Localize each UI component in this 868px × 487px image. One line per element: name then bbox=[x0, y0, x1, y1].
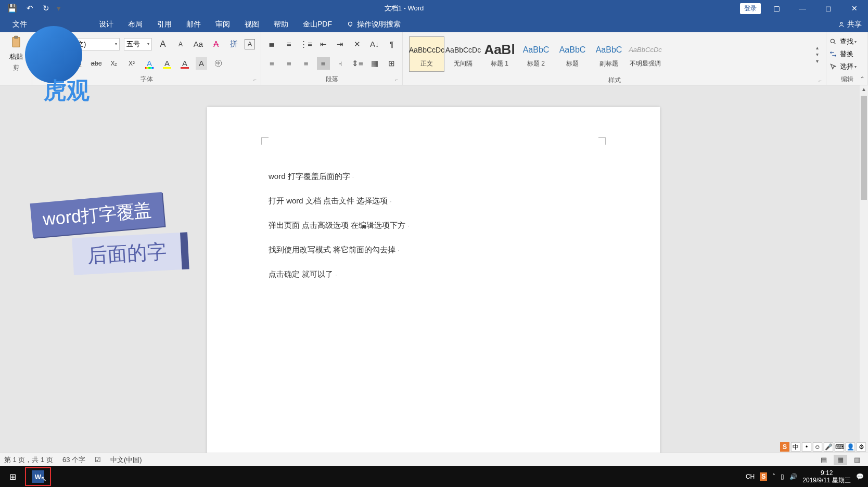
document-line[interactable]: 弹出页面 点击高级选项 在编辑选项下方 bbox=[269, 216, 598, 234]
shading-button[interactable]: ▦ bbox=[368, 57, 381, 70]
status-page[interactable]: 第 1 页，共 1 页 bbox=[4, 455, 53, 465]
tab-layout[interactable]: 布局 bbox=[121, 17, 150, 32]
undo-icon[interactable]: ↶ bbox=[27, 4, 33, 13]
tray-chevron-icon[interactable]: ˄ bbox=[772, 473, 775, 480]
document-page[interactable]: word 打字覆盖后面的字打开 word 文档 点击文件 选择选项弹出页面 点击… bbox=[207, 107, 660, 469]
ime-person-icon[interactable]: 👤 bbox=[846, 442, 855, 452]
tray-network-icon[interactable]: ▯ bbox=[781, 473, 784, 480]
style-item-标题 2[interactable]: AaBbC标题 2 bbox=[518, 36, 554, 72]
para-dialog-icon[interactable]: ⌐ bbox=[395, 77, 398, 83]
collapse-ribbon-button[interactable]: ⌃ bbox=[860, 75, 865, 83]
ime-settings-icon[interactable]: ⚙ bbox=[857, 442, 866, 452]
style-item-标题 1[interactable]: AaBl标题 1 bbox=[482, 36, 517, 72]
distribute-button[interactable]: ⫞ bbox=[334, 57, 347, 70]
proofing-icon[interactable]: ☑ bbox=[95, 456, 101, 464]
view-read-button[interactable]: ▤ bbox=[817, 455, 831, 465]
tab-mailings[interactable]: 邮件 bbox=[179, 17, 208, 32]
vertical-scrollbar[interactable]: ▲ ▼ bbox=[860, 85, 868, 453]
replace-button[interactable]: 替换 bbox=[828, 48, 865, 60]
enclose-char-button[interactable]: ㊥ bbox=[211, 57, 225, 70]
tab-review[interactable]: 审阅 bbox=[208, 17, 237, 32]
status-words[interactable]: 63 个字 bbox=[62, 455, 85, 465]
start-button[interactable]: ⊞ bbox=[0, 472, 25, 482]
font-dialog-icon[interactable]: ⌐ bbox=[253, 77, 257, 83]
ime-mic-icon[interactable]: 🎤 bbox=[824, 442, 833, 452]
sort-button[interactable]: A↓ bbox=[368, 38, 381, 50]
ime-keyboard-icon[interactable]: ⌨ bbox=[835, 442, 844, 452]
bullets-button[interactable]: ≣ bbox=[265, 38, 278, 50]
qat-more-icon[interactable]: ▾ bbox=[57, 4, 61, 13]
scroll-up-icon[interactable]: ▲ bbox=[860, 86, 868, 95]
login-button[interactable]: 登录 bbox=[740, 3, 761, 14]
save-icon[interactable]: 💾 bbox=[7, 4, 17, 13]
tab-help[interactable]: 帮助 bbox=[266, 17, 296, 32]
tab-view[interactable]: 视图 bbox=[237, 17, 266, 32]
scroll-thumb[interactable] bbox=[861, 96, 867, 200]
close-button[interactable]: ✕ bbox=[844, 4, 865, 12]
style-item-正文[interactable]: AaBbCcDc正文 bbox=[409, 36, 444, 72]
char-border-button[interactable]: A bbox=[245, 39, 255, 49]
borders-button[interactable]: ⊞ bbox=[385, 57, 398, 70]
document-area[interactable]: word 打字覆盖后面的字打开 word 文档 点击文件 选择选项弹出页面 点击… bbox=[0, 85, 868, 469]
styles-dialog-icon[interactable]: ⌐ bbox=[819, 78, 822, 84]
view-print-button[interactable]: ▦ bbox=[834, 455, 847, 465]
superscript-button[interactable]: X² bbox=[125, 57, 138, 70]
justify-button[interactable]: ≡ bbox=[317, 57, 330, 70]
document-line[interactable]: word 打字覆盖后面的字 bbox=[269, 168, 598, 185]
decrease-indent-button[interactable]: ⇤ bbox=[317, 38, 330, 50]
document-line[interactable]: 找到使用改写模式 将它前面的勾去掉 bbox=[269, 241, 598, 258]
multilevel-button[interactable]: ⋮≡ bbox=[300, 38, 313, 50]
taskbar-word-app[interactable]: W ↖ bbox=[25, 467, 51, 486]
tell-me[interactable]: 操作说明搜索 bbox=[339, 20, 401, 29]
ime-emoji-icon[interactable]: ☺ bbox=[813, 442, 822, 452]
tray-clock[interactable]: 9:12 2019/9/11 星期三 bbox=[802, 469, 851, 484]
increase-indent-button[interactable]: ⇥ bbox=[334, 38, 347, 50]
highlight-button[interactable]: A bbox=[160, 57, 174, 70]
show-marks-button[interactable]: ¶ bbox=[385, 38, 398, 50]
styles-more-button[interactable]: ▴▾▾ bbox=[812, 34, 822, 74]
tab-design[interactable]: 设计 bbox=[92, 17, 121, 32]
ime-punct-icon[interactable]: • bbox=[802, 442, 811, 452]
document-content[interactable]: word 打字覆盖后面的字打开 word 文档 点击文件 选择选项弹出页面 点击… bbox=[269, 168, 598, 290]
style-item-不明显强调[interactable]: AaBbCcDc不明显强调 bbox=[628, 36, 663, 72]
shrink-font-button[interactable]: A bbox=[174, 38, 187, 50]
change-case-button[interactable]: Aa bbox=[192, 38, 205, 50]
document-line[interactable]: 打开 word 文档 点击文件 选择选项 bbox=[269, 192, 598, 209]
asian-layout-button[interactable]: ✕ bbox=[351, 38, 364, 50]
tray-sogou-icon[interactable]: S bbox=[760, 472, 767, 481]
char-shading-button[interactable]: A bbox=[196, 57, 207, 70]
ime-toolbar[interactable]: S 中 • ☺ 🎤 ⌨ 👤 ⚙ bbox=[780, 442, 866, 452]
minimize-button[interactable]: — bbox=[792, 4, 813, 12]
maximize-button[interactable]: ◻ bbox=[818, 4, 839, 12]
share-button[interactable]: 共享 bbox=[838, 20, 862, 29]
status-lang[interactable]: 中文(中国) bbox=[110, 455, 142, 465]
text-effects-button[interactable]: A bbox=[143, 57, 156, 70]
view-web-button[interactable]: ▥ bbox=[850, 455, 864, 465]
align-right-button[interactable]: ≡ bbox=[300, 57, 313, 70]
ribbon-display-icon[interactable]: ▢ bbox=[766, 4, 787, 12]
paste-button[interactable]: 粘贴 bbox=[4, 34, 28, 61]
numbering-button[interactable]: ≡ bbox=[283, 38, 296, 50]
tray-notifications-icon[interactable]: 💬 bbox=[856, 473, 864, 480]
phonetic-guide-button[interactable]: 拼 bbox=[227, 38, 240, 50]
align-center-button[interactable]: ≡ bbox=[283, 57, 296, 70]
style-item-无间隔[interactable]: AaBbCcDc无间隔 bbox=[445, 36, 481, 72]
ime-ch-icon[interactable]: 中 bbox=[791, 442, 800, 452]
find-button[interactable]: 查找▾ bbox=[828, 35, 865, 48]
tab-jinshan[interactable]: 金山PDF bbox=[296, 17, 339, 32]
style-item-副标题[interactable]: AaBbC副标题 bbox=[591, 36, 627, 72]
tray-volume-icon[interactable]: 🔊 bbox=[789, 473, 797, 480]
tab-references[interactable]: 引用 bbox=[150, 17, 179, 32]
align-left-button[interactable]: ≡ bbox=[265, 57, 278, 70]
tray-ime-label[interactable]: CH bbox=[746, 473, 755, 480]
style-item-标题[interactable]: AaBbC标题 bbox=[555, 36, 590, 72]
clear-format-button[interactable]: A̶ bbox=[209, 38, 223, 50]
font-color-button[interactable]: A bbox=[178, 57, 192, 70]
redo-icon[interactable]: ↻ bbox=[43, 4, 49, 13]
select-button[interactable]: 选择▾ bbox=[828, 60, 865, 73]
sogou-icon[interactable]: S bbox=[780, 442, 789, 452]
line-spacing-button[interactable]: ⇕≡ bbox=[351, 57, 364, 70]
styles-gallery[interactable]: AaBbCcDc正文AaBbCcDc无间隔AaBl标题 1AaBbC标题 2Aa… bbox=[407, 34, 812, 74]
document-line[interactable]: 点击确定 就可以了 bbox=[269, 265, 598, 283]
grow-font-button[interactable]: A bbox=[156, 38, 170, 50]
